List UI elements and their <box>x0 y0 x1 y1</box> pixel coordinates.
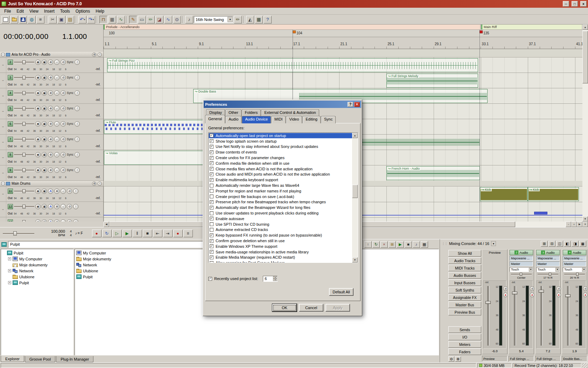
track-fx-button[interactable]: ⊕ <box>48 106 53 111</box>
menu-help[interactable]: Help <box>93 8 107 14</box>
tab-groove-pool[interactable]: Groove Pool <box>25 356 55 362</box>
slider-handle[interactable] <box>22 76 26 80</box>
track-group-header-aria-for-acid-pro-audio[interactable]: −Aria for ACID Pro - Audio⊘! <box>0 52 103 57</box>
preference-option-enable-media-manager-requires-acid-resta[interactable]: ✓Enable Media Manager (requires ACID res… <box>209 255 358 260</box>
preference-option-create-undos-for-fx-parameter-changes[interactable]: ✓Create undos for FX parameter changes <box>209 155 358 161</box>
arm-record-button[interactable]: ◉ <box>35 121 41 127</box>
clip-full-strings-pizz[interactable]: ↪Full Strings Pizz <box>107 58 478 72</box>
zoom-corner-button[interactable]: + <box>582 222 588 227</box>
time-signature[interactable]: 4 4 <box>70 230 72 237</box>
solo-button[interactable]: ! <box>98 182 102 186</box>
channel-header[interactable]: 2Audio <box>510 250 533 255</box>
pan-control[interactable]: 20 % R <box>563 273 586 280</box>
mute-button[interactable]: ⊘ <box>61 121 66 127</box>
copy-button[interactable]: ▣ <box>57 16 65 23</box>
device-selector-button[interactable]: ▣ <box>42 90 47 96</box>
close-button[interactable]: × <box>580 1 587 7</box>
automation-settings-button[interactable]: A <box>48 189 53 194</box>
zoom-in-button[interactable]: + <box>571 222 577 227</box>
tool-erase-button[interactable]: ◪ <box>155 16 163 23</box>
paste-button[interactable]: ▤ <box>66 16 74 23</box>
scroll-up-button[interactable]: ▲ <box>582 25 588 30</box>
checkbox[interactable]: ✓ <box>210 200 214 204</box>
whats-this-help-button[interactable]: ? <box>264 16 272 23</box>
tree-item-my-computer[interactable]: +My Computer <box>1 256 73 262</box>
recent-checkbox[interactable]: ✓ <box>208 277 212 281</box>
dialog-title-bar[interactable]: Preferences ? × <box>204 101 361 108</box>
menu-file[interactable]: File <box>1 8 14 14</box>
track-minimize-handle[interactable]: ▪▪ <box>0 104 6 119</box>
automation-mode-selector[interactable]: Touch▾ <box>536 267 560 272</box>
slider-handle[interactable] <box>22 168 26 172</box>
region-marker-main-riff[interactable]: Main Riff <box>481 25 582 30</box>
track-volume-slider[interactable] <box>14 60 34 64</box>
checkbox[interactable] <box>210 222 214 226</box>
start-preview-button[interactable]: ▶ <box>397 241 404 248</box>
slider-handle[interactable] <box>22 122 26 126</box>
menu-tools[interactable]: Tools <box>57 8 73 14</box>
tool-paint-button[interactable]: ✏ <box>147 16 155 23</box>
preference-option-keep-bypassed-fx-running-to-avoid-pause-[interactable]: ✓Keep bypassed FX running (to avoid paus… <box>209 232 358 238</box>
preference-option-autoname-extracted-cd-tracks[interactable]: Autoname extracted CD tracks <box>209 227 358 233</box>
preference-option-use-net-notify-to-stay-informed-about-so[interactable]: ✓Use Net Notify to stay informed about S… <box>209 144 358 150</box>
slider-handle[interactable] <box>22 205 26 209</box>
track-minimize-handle[interactable]: ▪▪ <box>0 73 6 88</box>
stop-preview-button[interactable]: ■ <box>405 241 412 248</box>
track-volume-slider[interactable] <box>14 152 34 157</box>
tree-item-pulpit[interactable]: +Pulpit <box>1 280 73 286</box>
expander-icon[interactable]: + <box>8 281 11 284</box>
pan-handle[interactable] <box>549 273 551 276</box>
tree-item-moje-dokumenty[interactable]: Moje dokumenty <box>1 262 73 268</box>
device-selector-button[interactable]: ▣ <box>42 152 47 157</box>
mute-button[interactable]: ⊘ <box>67 219 72 222</box>
cancel-button[interactable]: Cancel <box>299 304 323 312</box>
track-volume-slider[interactable] <box>14 122 34 126</box>
pan-handle[interactable] <box>520 273 522 276</box>
tab-sync[interactable]: Sync <box>321 116 336 123</box>
enable-snapping-button[interactable]: ⊓ <box>99 16 107 23</box>
track-minimize-handle[interactable]: ▪▪ <box>0 88 6 103</box>
clip-segment[interactable] <box>534 212 547 214</box>
mute-button[interactable]: ⊘ <box>503 286 508 291</box>
fx-settings-button[interactable]: ☼ <box>61 219 66 222</box>
record-into-clip-button[interactable]: ● <box>173 230 183 237</box>
output-selector[interactable]: Master <box>563 261 586 266</box>
solo-button[interactable]: ! <box>75 137 80 142</box>
checkbox[interactable] <box>210 228 214 232</box>
preview-volume-slider[interactable] <box>3 231 34 236</box>
expander-icon[interactable]: + <box>8 257 11 260</box>
mute-button[interactable]: ⊘ <box>61 168 66 173</box>
track-volume-slider[interactable] <box>14 189 34 193</box>
send-selector[interactable]: Mapowanie ... <box>536 256 560 261</box>
publish-project-button[interactable]: ◍ <box>28 16 36 23</box>
fx-settings-button[interactable]: ☼ <box>54 121 59 127</box>
device-selector-button[interactable]: ▣ <box>42 75 47 80</box>
clip-flute[interactable]: ↪Flute <box>104 120 203 134</box>
slider-handle[interactable] <box>22 189 26 193</box>
preference-option-close-audio-and-midi-ports-when-acid-is-[interactable]: ✓Close audio and MIDI ports when ACID is… <box>209 172 358 177</box>
checkbox[interactable]: ✓ <box>210 161 214 165</box>
scroll-down-button[interactable]: ▼ <box>582 216 588 222</box>
insert-audio-bus-button[interactable]: ⊞ <box>541 241 548 247</box>
views-button[interactable]: ▦ <box>421 241 428 248</box>
arm-record-button[interactable]: ● <box>556 293 561 297</box>
pan-control[interactable]: 17 % R <box>536 273 560 280</box>
solo-button[interactable]: ! <box>75 121 80 127</box>
checkbox[interactable]: ✓ <box>210 244 214 248</box>
track-volume-slider[interactable] <box>14 75 34 80</box>
slider-handle[interactable] <box>22 137 26 141</box>
metronome-button[interactable]: ◭ <box>246 16 254 23</box>
device-selector-button[interactable]: ▣ <box>42 106 47 111</box>
tab-external-control-automation[interactable]: External Control & Automation <box>261 109 319 116</box>
downmix-output-button[interactable]: ◧ <box>564 241 571 247</box>
stop-button[interactable]: ■ <box>143 230 152 237</box>
help-button[interactable]: ? <box>348 102 353 107</box>
tree-item-network[interactable]: +Network <box>1 268 73 274</box>
checkbox[interactable]: ✓ <box>210 206 214 210</box>
fx-settings-button[interactable]: ☼ <box>54 106 59 111</box>
fx-settings-button[interactable]: ☼ <box>54 168 59 173</box>
solo-button[interactable]: ! <box>75 60 80 65</box>
mixer-view-button[interactable]: ▦ <box>255 16 263 23</box>
arm-record-button[interactable]: ● <box>530 293 534 297</box>
track-volume-slider[interactable] <box>14 220 34 222</box>
